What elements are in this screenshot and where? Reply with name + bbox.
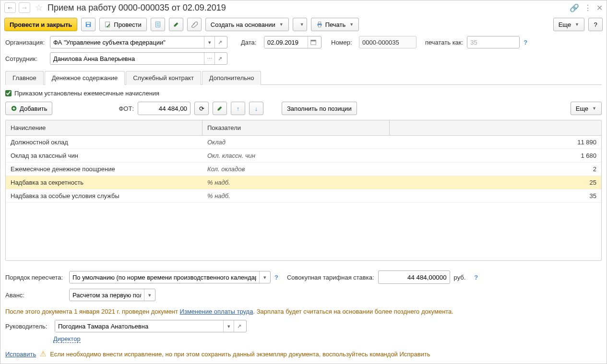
svg-rect-2 [87,25,90,27]
recalc-input[interactable] [70,271,259,283]
tab-main[interactable]: Главное [5,71,44,85]
th-value [390,120,601,135]
svg-rect-9 [318,22,321,24]
fix-link[interactable]: Исправить [5,351,36,358]
manager-open[interactable]: ↗ [234,320,244,332]
manager-label: Руководитель: [5,323,51,330]
help-button[interactable]: ? [588,18,603,31]
advance-dropdown[interactable]: ▾ [144,289,155,301]
svg-rect-12 [310,40,316,42]
post-icon [105,21,111,28]
document-icon [155,21,161,28]
pencil-icon [216,105,223,112]
save-icon [85,21,92,28]
folder-arrow-icon [296,21,296,28]
menu-icon[interactable]: ⋮ [584,3,592,12]
advance-input[interactable] [70,289,144,301]
table-row[interactable]: Оклад за классный чин Окл. классн. чин 1… [6,149,601,163]
favorite-icon[interactable]: ☆ [35,2,43,13]
number-label: Номер: [331,39,355,46]
total-rate-label: Совокупная тарифная ставка: [287,274,374,281]
fot-label: ФОТ: [119,105,134,112]
th-accrual: Начисление [6,120,202,135]
window-title: Прием на работу 0000-000035 от 02.09.201… [48,3,567,13]
print-button[interactable]: Печать▼ [311,18,359,31]
date-input[interactable] [264,36,308,48]
recalc-label: Порядок пересчета: [5,274,65,281]
nav-forward-button[interactable]: → [19,2,30,13]
refresh-button[interactable]: ⟳ [194,102,209,115]
number-display: 0000-000035 [359,36,417,48]
edit-button[interactable] [169,18,183,31]
employee-input[interactable] [50,53,204,64]
link-icon[interactable]: 🔗 [570,3,579,12]
tab-salary[interactable]: Денежное содержание [45,71,125,85]
nav-back-button[interactable]: ← [4,2,16,13]
org-label: Организация: [5,39,46,46]
paperclip-icon [191,21,198,28]
table-more-button[interactable]: Еще▼ [571,102,602,115]
monthly-accruals-label: Приказом установлены ежемесячные начисле… [14,90,159,97]
attach-button[interactable] [187,18,202,31]
org-dropdown-btn[interactable]: ▾ [204,36,214,48]
monthly-accruals-checkbox[interactable] [5,90,12,96]
table-row[interactable]: Должностной оклад Оклад 11 890 [6,136,601,149]
related-button[interactable]: ▼ [293,18,307,31]
fot-input[interactable] [138,102,190,115]
date-label: Дата: [241,39,260,46]
svg-rect-1 [87,23,90,24]
svg-rect-10 [318,25,321,27]
manager-dropdown[interactable]: ▾ [223,320,234,332]
manager-position-link[interactable]: Директор [53,335,81,343]
table-row[interactable]: Надбавка за секретность % надб. 25 [6,176,601,189]
add-icon [11,105,17,112]
advance-label: Аванс: [5,292,65,299]
total-rate-input[interactable] [378,270,450,284]
recalc-dropdown[interactable]: ▾ [259,271,270,283]
calendar-icon [310,39,317,46]
employee-open-btn[interactable]: ↗ [214,53,225,64]
print-as-input[interactable] [467,36,519,48]
print-as-label: печатать как: [425,39,463,46]
edit-row-button[interactable] [213,102,227,115]
change-pay-link[interactable]: Изменение оплаты труда [180,308,253,315]
printer-icon [316,21,323,28]
th-indicators: Показатели [202,120,390,135]
post-and-close-button[interactable]: Провести и закрыть [4,18,77,31]
document-button[interactable] [151,18,165,31]
help-icon-recalc[interactable]: ? [274,274,278,281]
move-up-button[interactable]: ↑ [231,102,245,115]
employee-label: Сотрудник: [5,55,46,62]
tab-additional[interactable]: Дополнительно [202,71,262,85]
table-row[interactable]: Надбавка за особые условия службы % надб… [6,189,601,203]
post-button[interactable]: Провести [99,18,147,31]
org-open-btn[interactable]: ↗ [214,36,225,48]
save-button[interactable] [81,18,95,31]
help-icon-rate[interactable]: ? [474,274,478,281]
help-icon-printas[interactable]: ? [524,39,527,46]
total-rate-unit: руб. [454,274,466,281]
org-input[interactable] [50,36,204,48]
add-button[interactable]: Добавить [5,102,52,115]
close-icon[interactable]: ✕ [596,3,603,12]
calendar-btn[interactable] [308,36,318,48]
pencil-icon [173,21,179,28]
warning-icon: ⚠ [40,350,46,358]
more-button[interactable]: Еще▼ [553,18,584,31]
fill-by-position-button[interactable]: Заполнить по позиции [282,102,357,115]
create-based-button[interactable]: Создать на основании▼ [205,18,289,31]
employee-select-btn[interactable]: ⋯ [204,53,214,64]
warning-text: Если необходимо внести исправление, но п… [50,351,430,358]
info-text: После этого документа 1 января 2021 г. п… [5,306,602,320]
manager-input[interactable] [55,320,223,332]
accruals-table: Начисление Показатели Должностной оклад … [5,120,602,261]
move-down-button[interactable]: ↓ [249,102,263,115]
table-row[interactable]: Ежемесячное денежное поощрение Кол. окла… [6,163,601,176]
tab-contract[interactable]: Служебный контракт [126,71,201,85]
